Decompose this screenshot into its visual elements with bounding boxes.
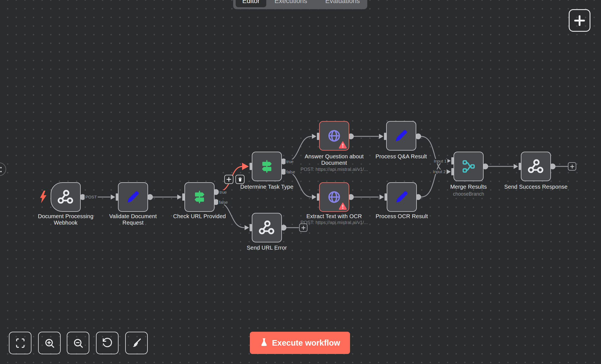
execute-workflow-label: Execute workflow (272, 338, 340, 348)
edge-label-true: true (285, 159, 294, 164)
if-signpost-icon (259, 159, 275, 174)
workflow-editor-canvas: { "header": { "tabs": [ { "label": "Edit… (0, 0, 601, 364)
node-label: Send URL Error (231, 245, 303, 251)
node-extract-text-with-ocr[interactable] (319, 182, 349, 212)
webhook-respond-icon (527, 158, 545, 175)
node-label: Check URL Provided (163, 213, 236, 220)
add-node-button[interactable] (569, 9, 590, 32)
node-document-processing-webhook[interactable] (51, 182, 81, 212)
fit-view-button[interactable] (9, 332, 31, 354)
tidy-up-button[interactable] (125, 332, 148, 354)
webhook-respond-icon (258, 219, 275, 236)
edge-label-post: POST (85, 195, 98, 199)
node-check-url-provided[interactable] (184, 182, 215, 212)
flask-icon (260, 338, 268, 348)
edit-pencil-icon (393, 128, 409, 144)
plus-icon (301, 226, 306, 230)
tab-editor[interactable]: Editor (236, 0, 266, 7)
zoom-in-icon (44, 338, 55, 349)
edge-delete-button[interactable] (235, 175, 245, 184)
node-subtitle: chooseBranch (432, 191, 505, 197)
node-label: Determine Task Type (228, 184, 306, 190)
node-label: Validate Document Request (105, 213, 161, 226)
edge-label-false: false (285, 170, 296, 174)
zoom-out-button[interactable] (67, 332, 89, 354)
node-label: Process OCR Result (363, 213, 441, 220)
tab-evaluations[interactable]: Evaluations (320, 0, 365, 7)
plus-icon (574, 15, 585, 26)
node-answer-question-about-document[interactable] (319, 121, 349, 151)
if-signpost-icon (192, 189, 207, 205)
execute-workflow-button[interactable]: Execute workflow (250, 332, 350, 354)
node-label: Answer Question about Document (302, 153, 366, 166)
connections-layer (0, 0, 601, 364)
node-label: Process Q&A Result (365, 153, 437, 160)
warning-icon (339, 202, 347, 210)
tidy-up-icon (131, 338, 142, 349)
node-process-ocr-result[interactable] (387, 182, 417, 212)
edge-label-input2: Input 2 (432, 169, 447, 174)
reset-zoom-icon (102, 338, 113, 349)
node-process-qa-result[interactable] (386, 121, 416, 151)
node-send-success-response[interactable] (521, 152, 551, 181)
append-node-button[interactable] (568, 162, 576, 171)
editor-tab-bar: Editor Executions Evaluations (233, 0, 367, 9)
node-validate-document-request[interactable] (118, 182, 148, 212)
canvas-edge-bubble (0, 163, 6, 176)
tab-executions[interactable]: Executions (270, 0, 311, 7)
zoom-out-icon (73, 338, 84, 349)
node-label: Send Success Response (491, 184, 580, 190)
edge-label-input1: Input 1 (433, 159, 447, 163)
node-label: Document Processing Webhook (34, 213, 98, 226)
zoom-in-button[interactable] (38, 332, 61, 354)
reset-zoom-button[interactable] (96, 332, 119, 354)
append-node-button[interactable] (299, 223, 307, 232)
bubble-dot (0, 171, 2, 172)
node-determine-task-type[interactable] (252, 152, 282, 181)
edge-label-false: false (218, 200, 229, 205)
trigger-lightning-icon (39, 191, 47, 203)
plus-icon (570, 164, 574, 169)
warning-icon (339, 141, 347, 149)
edge-add-node-button[interactable] (224, 175, 233, 184)
merge-icon (461, 159, 476, 174)
highlighted-input-arrowhead (242, 163, 249, 170)
fit-view-icon (15, 338, 26, 349)
node-merge-results[interactable] (454, 152, 484, 181)
bubble-dot (0, 167, 2, 168)
node-send-url-error[interactable] (252, 213, 282, 242)
edge-label-true: true (219, 190, 228, 195)
edit-pencil-icon (394, 189, 410, 205)
webhook-icon (57, 188, 74, 206)
trash-icon (238, 177, 243, 182)
node-subtitle: POST: https://api.mistral.ai/v1/... (287, 167, 381, 172)
edit-pencil-icon (125, 189, 141, 205)
plus-icon (226, 177, 231, 182)
